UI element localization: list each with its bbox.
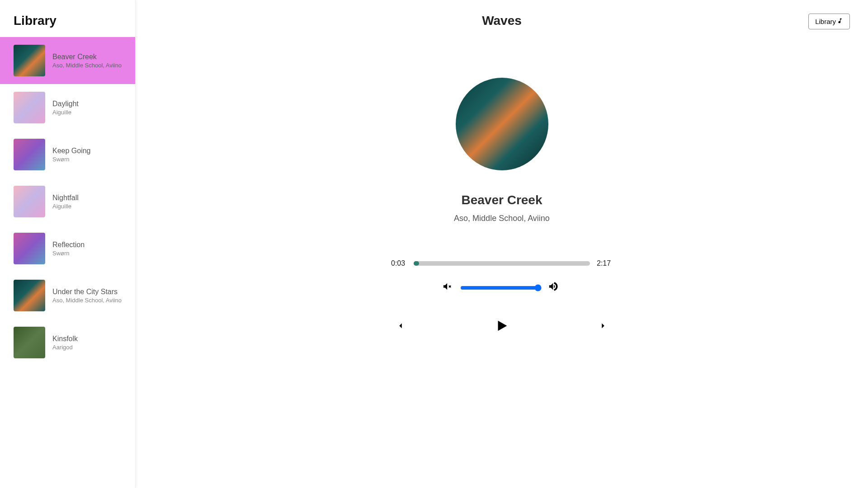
app-title: Waves [482, 14, 522, 28]
song-artist: Swørn [52, 156, 91, 163]
song-item[interactable]: Beaver CreekAso, Middle School, Aviino [0, 37, 135, 84]
progress-fill [414, 261, 419, 266]
song-thumbnail [14, 92, 45, 123]
library-sidebar: Library Beaver CreekAso, Middle School, … [0, 0, 136, 488]
prev-button[interactable] [391, 316, 410, 337]
song-info: ReflectionSwørn [52, 241, 85, 257]
song-info: NightfallAiguille [52, 194, 79, 210]
song-artist: Aarigod [52, 344, 78, 351]
volume-row [442, 281, 561, 295]
song-item[interactable]: DaylightAiguille [0, 84, 135, 131]
song-thumbnail [14, 280, 45, 311]
now-playing-title: Beaver Creek [461, 193, 542, 207]
song-title: Reflection [52, 241, 85, 249]
song-item[interactable]: KinsfolkAarigod [0, 319, 135, 366]
song-title: Kinsfolk [52, 335, 78, 343]
play-icon [494, 329, 509, 336]
song-item[interactable]: Under the City StarsAso, Middle School, … [0, 272, 135, 319]
song-info: Beaver CreekAso, Middle School, Aviino [52, 53, 122, 69]
song-artist: Aso, Middle School, Aviino [52, 297, 122, 304]
chevron-right-icon [598, 325, 608, 332]
song-item[interactable]: ReflectionSwørn [0, 225, 135, 272]
current-time: 0:03 [391, 259, 407, 267]
song-title: Beaver Creek [52, 53, 122, 61]
song-thumbnail [14, 233, 45, 264]
header: Waves Library [154, 14, 850, 28]
song-list: Beaver CreekAso, Middle School, AviinoDa… [0, 37, 135, 366]
library-button-label: Library [815, 18, 836, 25]
main-player: Waves Library Beaver Creek Aso, Middle S… [136, 0, 868, 488]
song-thumbnail [14, 327, 45, 358]
song-info: Under the City StarsAso, Middle School, … [52, 288, 122, 304]
progress-bar[interactable] [414, 261, 590, 266]
song-thumbnail [14, 186, 45, 217]
volume-slider[interactable] [460, 284, 542, 291]
song-artist: Aiguille [52, 203, 79, 210]
next-button[interactable] [594, 316, 613, 337]
sidebar-title: Library [0, 0, 135, 37]
now-playing-artist: Aso, Middle School, Aviino [454, 214, 550, 223]
song-info: Keep GoingSwørn [52, 147, 91, 163]
song-artist: Aso, Middle School, Aviino [52, 62, 122, 69]
play-button[interactable] [490, 313, 514, 340]
song-title: Nightfall [52, 194, 79, 202]
song-thumbnail [14, 45, 45, 76]
music-icon [837, 18, 843, 25]
album-art [456, 78, 548, 170]
chevron-left-icon [396, 325, 406, 332]
song-artist: Swørn [52, 250, 85, 257]
duration-time: 2:17 [597, 259, 613, 267]
song-info: KinsfolkAarigod [52, 335, 78, 351]
library-toggle-button[interactable]: Library [808, 14, 850, 29]
song-item[interactable]: Keep GoingSwørn [0, 131, 135, 178]
song-title: Keep Going [52, 147, 91, 155]
progress-row: 0:03 2:17 [391, 259, 613, 267]
volume-up-icon[interactable] [548, 281, 561, 295]
song-thumbnail [14, 139, 45, 170]
song-artist: Aiguille [52, 109, 79, 116]
song-info: DaylightAiguille [52, 100, 79, 116]
song-title: Under the City Stars [52, 288, 122, 296]
song-title: Daylight [52, 100, 79, 108]
playback-controls [391, 313, 613, 340]
song-item[interactable]: NightfallAiguille [0, 178, 135, 225]
mute-icon[interactable] [442, 282, 454, 294]
